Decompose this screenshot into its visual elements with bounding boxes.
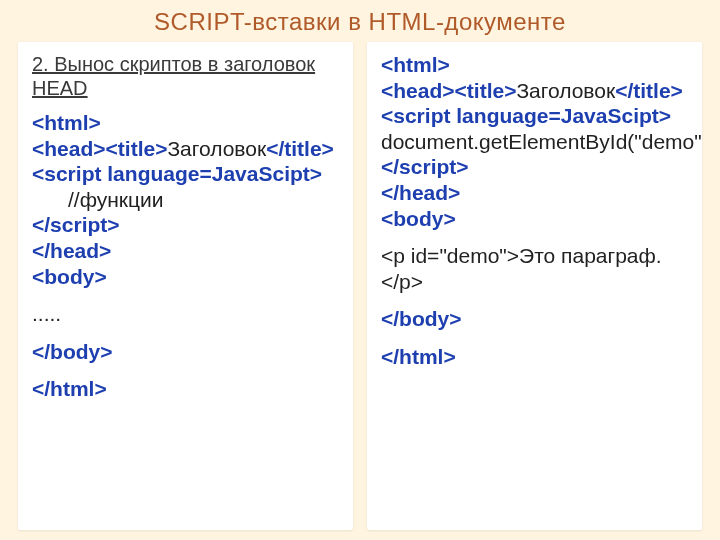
code-tag: </script> bbox=[32, 213, 120, 236]
code-text: <p id="demo">Это параграф.</p> bbox=[381, 244, 662, 293]
code-tag: <head><title> bbox=[381, 79, 516, 102]
code-tag: </head> bbox=[381, 181, 460, 204]
code-tag: </body> bbox=[381, 307, 462, 330]
slide: SCRIPT-вставки в HTML-документе 2. Вынос… bbox=[0, 0, 720, 540]
code-tag: </title> bbox=[266, 137, 334, 160]
code-tag: </head> bbox=[32, 239, 111, 262]
code-tag: <script language=JavaScipt> bbox=[381, 104, 671, 127]
code-text: Заголовок bbox=[167, 137, 266, 160]
code-text: ..... bbox=[32, 302, 61, 325]
code-text: Заголовок bbox=[516, 79, 615, 102]
code-tag: </html> bbox=[381, 345, 456, 368]
code-tag: <html> bbox=[381, 53, 450, 76]
left-panel: 2. Вынос скриптов в заголовок HEAD <html… bbox=[18, 42, 353, 530]
code-tag: </script> bbox=[381, 155, 469, 178]
code-text: //функции bbox=[68, 188, 163, 211]
slide-title: SCRIPT-вставки в HTML-документе bbox=[18, 8, 702, 36]
code-tag: </html> bbox=[32, 377, 107, 400]
code-tag: <html> bbox=[32, 111, 101, 134]
left-heading: 2. Вынос скриптов в заголовок HEAD bbox=[32, 52, 339, 100]
code-tag: </body> bbox=[32, 340, 113, 363]
code-text: document.getElementById("demo").innerHTM… bbox=[381, 130, 702, 153]
code-tag: <script language=JavaScipt> bbox=[32, 162, 322, 185]
right-panel: <html> <head><title>Заголовок</title> <s… bbox=[367, 42, 702, 530]
code-tag: </title> bbox=[615, 79, 683, 102]
code-tag: <body> bbox=[381, 207, 456, 230]
code-tag: <head><title> bbox=[32, 137, 167, 160]
columns: 2. Вынос скриптов в заголовок HEAD <html… bbox=[18, 42, 702, 530]
code-tag: <body> bbox=[32, 265, 107, 288]
